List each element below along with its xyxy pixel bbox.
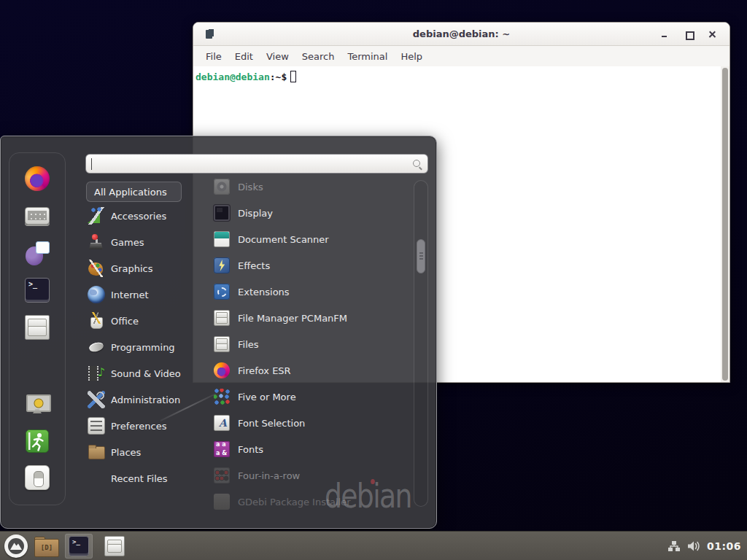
category-item[interactable]: Office xyxy=(86,308,196,334)
watermark-text: debian xyxy=(325,476,411,516)
desktop: debian@debian: ~ FileEditViewSearchTermi… xyxy=(0,0,747,560)
internet-icon xyxy=(88,286,105,303)
lock-screen-icon[interactable] xyxy=(25,392,50,417)
session-buttons xyxy=(9,392,65,490)
menubar-item[interactable]: Terminal xyxy=(341,49,394,64)
firefox-icon[interactable] xyxy=(25,166,50,191)
log-out-icon[interactable] xyxy=(25,429,50,454)
programming-icon xyxy=(88,338,105,356)
graphics-icon xyxy=(88,260,105,277)
favorites-list xyxy=(9,166,65,340)
display-icon xyxy=(214,205,230,221)
taskbar-window-button[interactable] xyxy=(65,534,93,559)
terminal-scrollbar-thumb[interactable] xyxy=(722,68,728,381)
category-label: Graphics xyxy=(111,263,152,274)
category-item[interactable]: Programming xyxy=(86,334,196,360)
search-caret xyxy=(91,158,92,170)
network-icon[interactable] xyxy=(667,540,681,552)
effects-icon xyxy=(214,257,230,273)
pcmanfm-icon xyxy=(214,310,230,326)
favorites-panel xyxy=(9,152,66,505)
category-label: Sound & Video xyxy=(111,368,181,379)
menu-scrollbar-thumb[interactable] xyxy=(417,239,425,273)
application-item[interactable]: Files xyxy=(202,331,412,357)
fonts-icon xyxy=(214,441,230,457)
category-item[interactable]: Administration xyxy=(86,386,196,413)
four-in-a-row-icon xyxy=(214,467,230,483)
application-label: Disks xyxy=(238,182,263,192)
games-icon xyxy=(88,233,105,251)
application-item[interactable]: Extensions xyxy=(202,279,412,305)
category-item[interactable]: Games xyxy=(86,229,196,255)
category-list: AccessoriesGamesGraphicsInternetOfficePr… xyxy=(86,203,196,491)
category-item[interactable]: Sound & Video xyxy=(86,360,196,386)
application-label: Four-in-a-row xyxy=(238,470,300,481)
administration-icon xyxy=(88,391,105,408)
application-label: Firefox ESR xyxy=(238,365,291,376)
wallpaper-watermark: debian xyxy=(325,476,411,516)
all-applications-button[interactable]: All Applications xyxy=(86,182,182,202)
category-item[interactable]: Preferences xyxy=(86,413,196,439)
document-scanner-icon xyxy=(214,231,230,247)
application-label: Font Selection xyxy=(238,418,305,429)
menu-button[interactable] xyxy=(4,534,28,558)
clock[interactable]: 01:06 xyxy=(707,540,741,552)
application-item[interactable]: Display xyxy=(202,200,412,226)
application-label: Document Scanner xyxy=(238,234,329,245)
file-manager-launcher[interactable] xyxy=(34,537,58,556)
application-label: Display xyxy=(238,208,273,219)
window-controls xyxy=(658,23,719,46)
volume-icon[interactable] xyxy=(687,540,700,552)
category-label: Preferences xyxy=(111,421,166,432)
disks-icon xyxy=(214,179,230,195)
application-item[interactable]: File Manager PCManFM xyxy=(202,305,412,331)
application-label: Five or More xyxy=(238,392,296,402)
application-item[interactable]: Firefox ESR xyxy=(202,357,412,384)
category-item[interactable]: Internet xyxy=(86,281,196,308)
category-label: Administration xyxy=(111,394,180,405)
font-selection-icon xyxy=(214,415,230,431)
application-item[interactable]: Font Selection xyxy=(202,410,412,436)
menubar-item[interactable]: Edit xyxy=(228,49,260,64)
terminal-icon[interactable] xyxy=(25,278,50,303)
category-label: Office xyxy=(111,316,139,327)
category-label: Games xyxy=(111,237,144,248)
shut-down-icon[interactable] xyxy=(25,465,50,490)
category-item[interactable]: Graphics xyxy=(86,255,196,281)
application-item[interactable]: Five or More xyxy=(202,384,412,410)
keyboard-icon[interactable] xyxy=(25,207,50,225)
application-item[interactable]: Document Scanner xyxy=(202,226,412,252)
menubar-item[interactable]: Search xyxy=(295,49,341,64)
sound-video-icon xyxy=(88,365,105,382)
close-button[interactable] xyxy=(706,28,719,41)
terminal-scrollbar[interactable] xyxy=(721,66,729,382)
category-item[interactable]: Places xyxy=(86,439,196,465)
application-item[interactable]: Fonts xyxy=(202,436,412,462)
menubar-item[interactable]: Help xyxy=(394,49,429,64)
taskbar: 01:06 xyxy=(0,531,747,560)
menu-scrollbar[interactable] xyxy=(414,180,428,507)
taskbar-window-button[interactable] xyxy=(101,534,128,559)
application-item[interactable]: Disks xyxy=(202,174,412,200)
application-item[interactable]: Effects xyxy=(202,252,412,279)
application-list: DisksDisplayDocument ScannerEffectsExten… xyxy=(202,174,412,515)
menubar-item[interactable]: View xyxy=(260,49,295,64)
preferences-icon xyxy=(88,417,105,435)
file-manager-icon[interactable] xyxy=(25,315,50,340)
extensions-icon xyxy=(214,284,230,300)
five-or-more-icon xyxy=(214,389,230,405)
category-item[interactable]: Recent Files xyxy=(86,465,196,491)
minimize-button[interactable] xyxy=(658,28,671,41)
application-label: Fonts xyxy=(238,444,263,455)
maximize-button[interactable] xyxy=(682,28,695,41)
mountains-icon xyxy=(7,537,26,556)
prompt-user-host: debian@debian xyxy=(196,71,270,82)
menubar-item[interactable]: File xyxy=(199,49,228,64)
gdebi-icon xyxy=(214,494,230,510)
pidgin-icon[interactable] xyxy=(25,241,50,265)
terminal-titlebar[interactable]: debian@debian: ~ xyxy=(193,23,729,46)
terminal-menubar: FileEditViewSearchTerminalHelp xyxy=(193,46,729,66)
application-label: File Manager PCManFM xyxy=(238,313,347,324)
search-input[interactable] xyxy=(86,155,427,173)
category-item[interactable]: Accessories xyxy=(86,203,196,229)
